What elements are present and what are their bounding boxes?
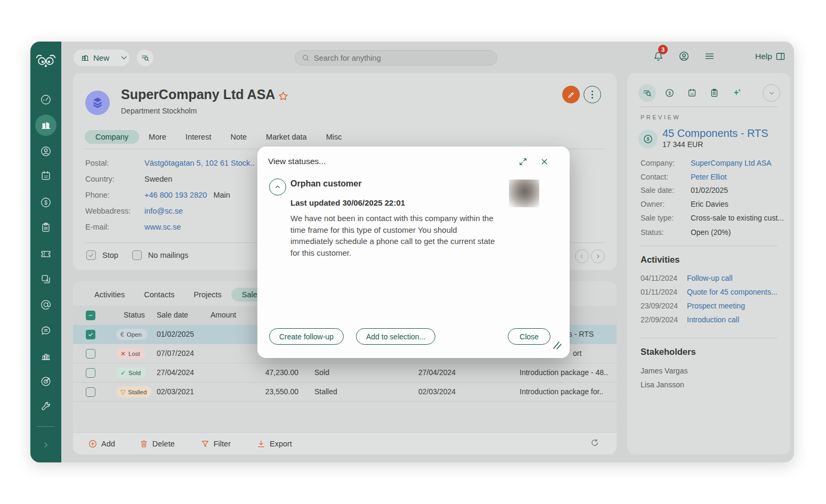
tab-misc[interactable]: Misc <box>317 130 352 144</box>
tab-projects[interactable]: Projects <box>184 288 231 302</box>
chevron-down-icon <box>768 90 775 97</box>
add-button[interactable]: Add <box>88 439 115 449</box>
company-subtitle: Department Stockholm <box>121 107 197 115</box>
activity-item: 22/09/2024 Introduction call <box>641 315 678 324</box>
new-button-group: New <box>74 50 129 66</box>
activity-link[interactable]: Introduction call <box>687 315 739 324</box>
menu-button[interactable] <box>701 48 717 64</box>
postal-link[interactable]: Västgötagatan 5, 102 61 Stock.. <box>144 159 254 167</box>
sidebar-item-mailings[interactable] <box>30 294 61 315</box>
profile-button[interactable] <box>676 48 692 64</box>
tab-company[interactable]: Company <box>85 130 139 144</box>
sidebar-expand-button[interactable] <box>30 437 61 453</box>
side-panel-toggle[interactable] <box>772 48 788 64</box>
sidebar-item-chat[interactable] <box>30 320 61 341</box>
search-input[interactable] <box>314 54 484 62</box>
dashboard-icon <box>40 94 52 105</box>
edit-button[interactable] <box>562 86 580 103</box>
check-icon <box>88 252 94 258</box>
new-button[interactable]: New <box>74 53 115 62</box>
next-page-button[interactable] <box>591 249 605 263</box>
row-checkbox[interactable] <box>86 349 95 359</box>
header-amount[interactable]: Amount <box>210 311 236 319</box>
header-sale-date[interactable]: Sale date <box>157 311 188 319</box>
sidebar-item-sales[interactable]: $ <box>30 192 61 213</box>
activity-item: 04/11/2024 Follow-up call <box>641 274 677 282</box>
divider <box>640 107 778 107</box>
resize-handle[interactable] <box>552 340 563 351</box>
company-avatar <box>85 91 110 115</box>
tab-market-data[interactable]: Market data <box>256 130 317 144</box>
preview-list-button[interactable] <box>638 84 656 102</box>
email-link[interactable]: www.sc.se <box>144 223 181 231</box>
row-checkbox[interactable] <box>86 387 95 397</box>
select-all-checkbox[interactable] <box>86 311 95 320</box>
tab-activities[interactable]: Activities <box>85 288 134 302</box>
filter-button[interactable]: Filter <box>200 439 231 449</box>
phone-link[interactable]: +46 800 193 2820 <box>144 191 207 199</box>
activity-link[interactable]: Follow-up call <box>687 274 733 282</box>
sidebar-item-projects[interactable] <box>30 217 61 238</box>
notifications-button[interactable]: 3 <box>650 48 666 64</box>
preview-collapse-button[interactable] <box>763 84 780 102</box>
stop-checkbox[interactable] <box>86 250 96 260</box>
sidebar-item-dashboard[interactable] <box>30 89 61 110</box>
no-mailings-checkbox[interactable] <box>132 250 142 260</box>
activities-heading: Activities <box>641 255 679 265</box>
new-button-label: New <box>93 53 109 62</box>
sidebar-item-tickets[interactable] <box>30 243 61 264</box>
help-button[interactable]: Help <box>755 52 772 61</box>
sidebar-item-contacts[interactable] <box>30 141 61 162</box>
expand-dialog-button[interactable] <box>517 156 529 167</box>
activity-link[interactable]: Prospect meeting <box>687 302 745 310</box>
collapse-status-button[interactable] <box>269 178 286 196</box>
find-button[interactable] <box>137 50 153 66</box>
mailing-options: Stop No mailings <box>86 250 189 260</box>
contact-link[interactable]: Peter Elliot <box>691 173 727 181</box>
app-window: 12 $ <box>30 42 794 462</box>
activity-link[interactable]: Quote for 45 components... <box>687 288 778 296</box>
calendar-icon: 12 <box>687 88 697 98</box>
refresh-button[interactable] <box>590 438 600 450</box>
search-bar[interactable] <box>295 50 497 66</box>
clipboard-icon <box>709 88 719 98</box>
add-to-selection-button[interactable]: Add to selection... <box>356 328 435 345</box>
sidebar-item-settings[interactable] <box>30 396 61 418</box>
new-dropdown-button[interactable] <box>115 53 133 62</box>
preview-calendar-button[interactable]: 12 <box>683 84 701 102</box>
row-checkbox[interactable] <box>86 368 95 378</box>
sidebar-item-companies[interactable] <box>30 115 61 136</box>
sidebar-item-documents[interactable] <box>30 269 61 290</box>
panel-icon <box>775 51 786 62</box>
tab-more[interactable]: More <box>139 130 176 144</box>
chevron-up-icon <box>274 183 281 191</box>
table-row[interactable]: ✓Sold 27/04/2024 47,230.00 Sold 27/04/20… <box>73 363 617 383</box>
sidebar-item-diary[interactable]: 12 <box>30 165 61 186</box>
tab-contacts[interactable]: Contacts <box>134 288 184 302</box>
row-checkbox[interactable] <box>86 330 95 339</box>
sidebar-item-targets[interactable] <box>30 371 61 392</box>
tab-interest[interactable]: Interest <box>176 130 221 144</box>
favorite-star-icon[interactable] <box>278 91 289 102</box>
sidebar-item-reports[interactable] <box>30 345 61 367</box>
create-follow-up-button[interactable]: Create follow-up <box>269 328 344 345</box>
preview-sale-button[interactable]: $ <box>661 84 678 102</box>
more-actions-button[interactable] <box>584 86 601 103</box>
close-button[interactable]: Close <box>508 328 550 345</box>
preview-clipboard-button[interactable] <box>706 84 723 102</box>
company-link[interactable]: SuperCompany Ltd ASA <box>691 159 772 167</box>
webaddress-link[interactable]: info@sc.se <box>144 207 183 215</box>
divider <box>640 246 778 246</box>
preview-field-owner: Owner: Eric Davies <box>641 200 728 208</box>
company-logo-icon <box>90 95 105 110</box>
preview-ai-button[interactable] <box>728 84 746 102</box>
trash-icon <box>139 439 149 449</box>
tab-note[interactable]: Note <box>221 130 256 144</box>
header-status[interactable]: Status <box>124 311 145 319</box>
preview-sale-title[interactable]: 45 Components - RTS <box>662 127 768 140</box>
export-button[interactable]: Export <box>256 439 292 449</box>
delete-button[interactable]: Delete <box>139 439 175 449</box>
table-row[interactable]: ▽Stalled 02/03/2021 23,550.00 Stalled 02… <box>73 383 617 402</box>
prev-page-button[interactable] <box>575 249 589 263</box>
close-dialog-button[interactable] <box>538 156 550 167</box>
